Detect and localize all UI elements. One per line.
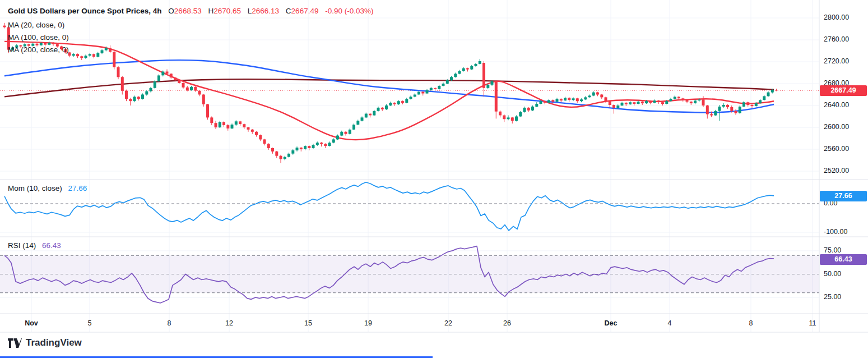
candle-body [186,88,189,90]
indicator-ma20[interactable]: MA (20, close, 0) [8,19,373,31]
candle-body [426,90,429,94]
candle-body [637,102,640,104]
candle-body [450,77,453,80]
candle-body [466,68,469,70]
candle-body [771,90,774,92]
candle-body [531,107,534,111]
tradingview-logo[interactable]: TradingView [8,337,82,348]
candle-body [3,26,6,27]
time-axis-label: 5 [88,319,92,327]
candle-body [621,103,624,105]
candle-body [389,103,392,105]
candle-body [417,92,420,95]
candle-body [698,99,700,100]
candle-body [401,101,404,103]
candle-body [718,107,721,111]
candle-body [178,80,180,83]
candle-body [361,117,364,121]
candle-body [345,132,347,134]
candle-body [629,102,632,104]
candle-body [751,105,754,106]
candle-body [157,75,160,81]
symbol-title: Gold US Dollars per Ounce Spot Prices, 4… [8,7,162,15]
candle-body [206,104,209,117]
candle-body [612,105,615,108]
candle-body [166,72,169,74]
time-axis-label: 22 [444,319,452,327]
candle-body [710,114,713,116]
candle-body [174,77,177,80]
candle-body [202,95,205,105]
candle-body [726,105,729,107]
candle-body [470,66,473,70]
price-axis-label: 2640.00 [824,101,849,109]
high-label: H [208,7,213,15]
symbol-title-row[interactable]: Gold US Dollars per Ounce Spot Prices, 4… [8,7,373,16]
candle-body [491,81,494,85]
candle-body [588,95,591,97]
candle-body [458,71,461,74]
candle-body [486,85,489,88]
candle-body [495,81,498,112]
candle-body [251,130,254,132]
candle-body [572,98,575,100]
candle-body [556,99,559,102]
candle-body [154,81,156,88]
candle-body [523,108,526,112]
candle-body [596,93,599,95]
price-axis-label: 2720.00 [824,57,849,65]
candle-body [430,88,433,90]
rsi-value: 66.43 [42,241,61,250]
candle-body [584,97,587,99]
candle-body [681,98,684,100]
momentum-line [4,182,774,231]
price-axis[interactable]: 2800.002760.002720.002680.002640.002600.… [821,0,868,332]
candle-body [503,116,505,120]
candle-body [759,100,762,103]
candle-body [304,146,307,149]
high-value: 2670.65 [213,7,241,15]
candle-body [665,101,668,104]
time-axis-label: 11 [809,319,816,327]
time-axis-label: 19 [364,319,372,327]
candle-body [377,108,380,111]
candle-body [609,101,611,105]
candle-body [661,102,664,104]
time-axis[interactable]: Nov581215192226Dec4811 [0,314,868,332]
indicator-rsi[interactable]: RSI (14) 66.43 [8,241,61,250]
price-axis-label: 2560.00 [824,145,849,153]
open-value: 2668.53 [174,7,202,15]
candle-body [280,156,282,159]
candle-body [243,124,245,127]
candle-body [568,98,570,100]
candle-body [519,112,522,117]
close-value: 2667.49 [291,7,319,15]
price-axis-label: 2520.00 [824,167,849,175]
candle-body [641,102,644,103]
indicator-ma100[interactable]: MA (100, close, 0) [8,31,373,44]
candle-body [271,148,274,152]
candle-body [239,121,242,124]
candle-body [287,154,290,157]
candle-body [332,139,335,143]
indicator-ma200[interactable]: MA (200, close, 0) [8,44,373,56]
time-axis-label: 26 [503,319,511,327]
candle-body [182,83,185,88]
candle-body [137,97,140,99]
time-axis-label: Nov [25,319,38,327]
candle-body [677,97,680,98]
candle-body [352,125,355,130]
candle-body [125,91,128,99]
candle-body [340,132,343,136]
candle-body [482,63,485,88]
indicator-momentum[interactable]: Mom (10, close) 27.66 [8,184,87,192]
time-axis-label: 15 [304,319,312,327]
candle-body [657,100,660,102]
candle-body [670,99,672,101]
candle-body [547,100,550,103]
candle-body [215,123,217,127]
candle-body [479,61,481,64]
candle-body [511,117,514,121]
candle-body [592,93,595,96]
candle-body [226,125,229,128]
